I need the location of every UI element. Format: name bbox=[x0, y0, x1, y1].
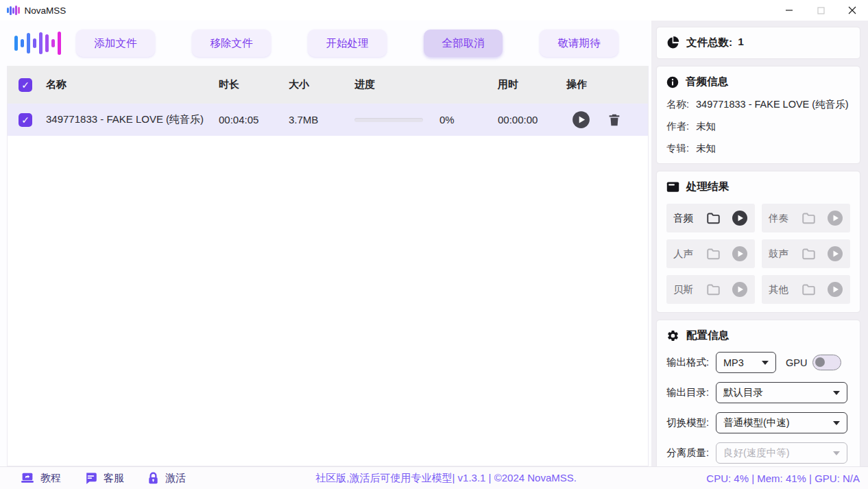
lock-icon bbox=[147, 472, 159, 485]
config-row-output-dir: 输出目录: 默认目录 bbox=[666, 382, 850, 403]
output-dir-select[interactable]: 默认目录 bbox=[716, 382, 847, 403]
file-count-value: 1 bbox=[738, 36, 744, 50]
column-header-duration: 时长 bbox=[219, 78, 289, 91]
progress-bar bbox=[354, 118, 423, 122]
result-item-vocals: 人声 bbox=[666, 239, 755, 268]
audio-album-field: 专辑: 未知 bbox=[666, 142, 850, 155]
table-row[interactable]: ✓ 349771833 - FAKE LOVE (纯音乐) 00:04:05 3… bbox=[8, 104, 648, 136]
play-result-button-disabled bbox=[827, 246, 843, 262]
results-card: 处理结果 音频 伴奏 bbox=[657, 171, 860, 312]
audio-info-title: 音频信息 bbox=[686, 75, 728, 89]
folder-open-button-disabled bbox=[705, 282, 722, 297]
chat-icon bbox=[84, 472, 97, 485]
result-item-audio: 音频 bbox=[666, 204, 755, 232]
play-result-button-disabled bbox=[827, 210, 843, 226]
tutorial-link[interactable]: 教程 bbox=[21, 472, 61, 485]
folder-open-button[interactable] bbox=[705, 211, 722, 226]
play-button[interactable] bbox=[572, 110, 590, 129]
app-window: NovaMSS 添加文件 移除文件 开始处理 全部取消 bbox=[0, 0, 868, 489]
result-item-other: 其他 bbox=[762, 275, 850, 304]
minimize-button[interactable] bbox=[773, 0, 805, 21]
result-item-bass: 贝斯 bbox=[666, 275, 755, 304]
result-item-accompaniment: 伴奏 bbox=[762, 204, 850, 232]
column-header-name: 名称 bbox=[46, 78, 219, 91]
play-result-button[interactable] bbox=[732, 210, 748, 226]
chevron-down-icon bbox=[762, 361, 769, 365]
table-empty-area bbox=[8, 136, 648, 466]
table-header: ✓ 名称 时长 大小 进度 用时 操作 bbox=[8, 66, 648, 104]
results-icon bbox=[666, 181, 679, 193]
folder-open-button-disabled bbox=[800, 246, 817, 261]
activate-link[interactable]: 激活 bbox=[147, 472, 186, 485]
column-header-progress: 进度 bbox=[354, 78, 498, 91]
audio-artist-field: 作者: 未知 bbox=[666, 120, 850, 133]
waveform-logo-icon bbox=[7, 26, 69, 60]
file-count-card: 文件总数: 1 bbox=[657, 27, 860, 58]
titlebar: NovaMSS bbox=[0, 0, 868, 21]
add-file-button[interactable]: 添加文件 bbox=[76, 29, 155, 57]
config-card: 配置信息 输出格式: MP3 GPU 输出目录: 默认目录 bbox=[657, 320, 860, 466]
column-header-actions: 操作 bbox=[566, 78, 648, 91]
output-format-select[interactable]: MP3 bbox=[716, 352, 776, 373]
play-result-button-disabled bbox=[827, 281, 843, 298]
audio-info-card: 音频信息 名称: 349771833 - FAKE LOVE (纯音乐) 作者:… bbox=[657, 67, 860, 163]
file-table: ✓ 名称 时长 大小 进度 用时 操作 ✓ 349771833 - FAKE L… bbox=[7, 66, 649, 466]
toolbar: 添加文件 移除文件 开始处理 全部取消 敬请期待 bbox=[0, 21, 651, 66]
config-title: 配置信息 bbox=[686, 329, 729, 343]
select-all-checkbox[interactable]: ✓ bbox=[19, 78, 32, 92]
column-header-size: 大小 bbox=[289, 78, 354, 91]
remove-file-button[interactable]: 移除文件 bbox=[192, 29, 271, 57]
tutorial-icon bbox=[21, 472, 34, 484]
system-stats: CPU: 4% | Mem: 41% | GPU: N/A bbox=[706, 473, 860, 484]
start-processing-button[interactable]: 开始处理 bbox=[308, 29, 387, 57]
quality-select: 良好(速度中等) bbox=[716, 442, 847, 464]
sidebar: 文件总数: 1 音频信息 名称: 349771833 - FAKE LOVE (… bbox=[651, 21, 868, 466]
delete-button[interactable] bbox=[607, 112, 622, 128]
config-row-model: 切换模型: 普通模型(中速) bbox=[666, 412, 850, 433]
chevron-down-icon bbox=[833, 451, 840, 455]
statusbar: 教程 客服 激活 社区版,激活后可使用专业模型| v1.3.1 | ©2024 … bbox=[0, 466, 868, 489]
file-name: 349771833 - FAKE LOVE (纯音乐) bbox=[46, 113, 219, 126]
pie-chart-icon bbox=[666, 36, 679, 49]
file-size: 3.7MB bbox=[289, 114, 354, 126]
folder-open-button-disabled bbox=[705, 246, 722, 261]
audio-name-field: 名称: 349771833 - FAKE LOVE (纯音乐) bbox=[666, 98, 850, 111]
play-result-button-disabled bbox=[732, 281, 748, 298]
gpu-toggle[interactable] bbox=[812, 355, 841, 370]
window-title: NovaMSS bbox=[25, 5, 67, 16]
chevron-down-icon bbox=[833, 421, 840, 425]
close-button[interactable] bbox=[836, 0, 868, 21]
version-info: 社区版,激活后可使用专业模型| v1.3.1 | ©2024 NovaMSS. bbox=[186, 472, 706, 485]
coming-soon-button[interactable]: 敬请期待 bbox=[540, 29, 618, 57]
result-item-drums: 鼓声 bbox=[762, 239, 850, 268]
column-header-time: 用时 bbox=[498, 78, 566, 91]
folder-open-button-disabled bbox=[800, 282, 817, 297]
row-checkbox[interactable]: ✓ bbox=[19, 113, 32, 127]
model-select[interactable]: 普通模型(中速) bbox=[716, 412, 847, 433]
folder-open-button-disabled bbox=[800, 211, 817, 226]
info-icon bbox=[666, 76, 679, 88]
chevron-down-icon bbox=[833, 391, 840, 395]
progress-label: 0% bbox=[439, 114, 455, 126]
app-logo-icon bbox=[7, 5, 20, 16]
gpu-label: GPU bbox=[786, 357, 807, 368]
file-duration: 00:04:05 bbox=[219, 114, 289, 126]
time-used: 00:00:00 bbox=[498, 114, 566, 126]
support-link[interactable]: 客服 bbox=[84, 472, 124, 485]
results-title: 处理结果 bbox=[686, 180, 729, 194]
window-controls bbox=[773, 0, 868, 21]
file-count-label: 文件总数: bbox=[686, 36, 732, 50]
toggle-knob bbox=[815, 357, 825, 367]
config-row-quality: 分离质量: 良好(速度中等) bbox=[666, 442, 850, 464]
gear-icon bbox=[666, 329, 679, 342]
cancel-all-button[interactable]: 全部取消 bbox=[424, 29, 503, 57]
config-row-format: 输出格式: MP3 GPU bbox=[666, 352, 850, 373]
maximize-button[interactable] bbox=[805, 0, 836, 21]
main-panel: 添加文件 移除文件 开始处理 全部取消 敬请期待 ✓ 名称 时长 大小 进度 用… bbox=[0, 21, 651, 466]
play-result-button-disabled bbox=[732, 246, 748, 262]
